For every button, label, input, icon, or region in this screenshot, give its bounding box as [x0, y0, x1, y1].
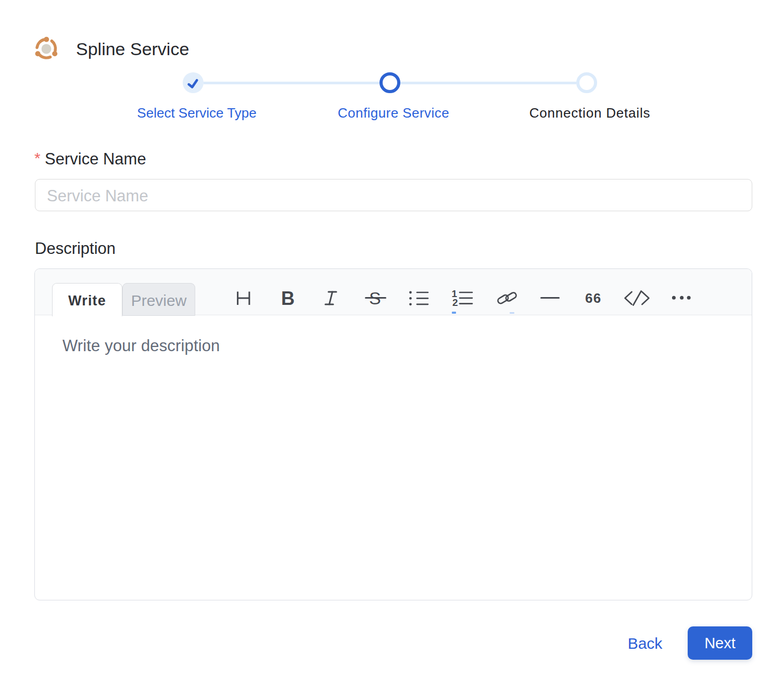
svg-text:2: 2 — [452, 297, 458, 307]
